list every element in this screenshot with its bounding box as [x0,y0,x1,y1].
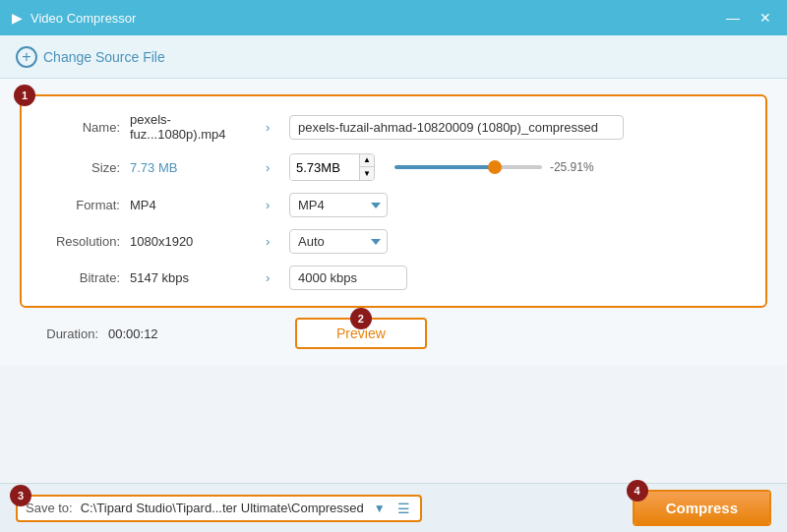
format-original: MP4 [130,198,258,212]
badge-2: 2 [350,308,372,329]
duration-field-row: Duration: 00:00:12 [20,326,236,341]
resolution-arrow-icon: › [266,234,281,249]
bitrate-original: 5147 kbps [130,270,258,285]
name-original: pexels-fuz...1080p).mp4 [130,112,258,142]
app-title: Video Compressor [30,11,136,26]
size-arrow-icon: › [266,160,281,175]
size-spinner: ▲ ▼ [359,154,374,180]
resolution-field-row: Resolution: 1080x1920 › Auto 1080x1920 7… [41,229,746,254]
bottom-bar: 3 Save to: C:\Tipard Studio\Tipard...ter… [0,483,787,532]
window-controls: — ✕ [722,8,775,28]
bitrate-arrow-icon: › [266,270,281,285]
minimize-button[interactable]: — [722,8,744,28]
resolution-original: 1080x1920 [130,234,258,249]
compress-button[interactable]: Compress [635,492,769,524]
save-to-label: Save to: [26,501,73,515]
size-original: 7.73 MB [130,160,258,175]
duration-label: Duration: [20,326,108,341]
app-icon: ▶ [12,10,23,26]
change-source-label: Change Source File [43,49,165,65]
title-bar: ▶ Video Compressor — ✕ [0,0,787,35]
size-slider[interactable] [394,165,542,169]
format-field-row: Format: MP4 › MP4 AVI MOV MKV WMV [41,193,746,217]
name-field-row: Name: pexels-fuz...1080p).mp4 › [41,112,746,142]
size-field-row: Size: 7.73 MB › ▲ ▼ -25.91% [41,153,746,181]
change-source-icon: + [16,46,37,68]
change-source-button[interactable]: + Change Source File [16,46,165,68]
name-arrow-icon: › [266,120,281,135]
size-label: Size: [41,160,130,175]
format-label: Format: [41,198,130,212]
format-arrow-icon: › [266,198,281,212]
resolution-label: Resolution: [41,234,130,249]
size-slider-container: -25.91% [394,160,604,174]
badge-3: 3 [10,485,31,506]
preview-box: 2 Preview [295,318,427,349]
save-to-path: C:\Tipard Studio\Tipard...ter Ultimate\C… [81,501,364,515]
save-to-dropdown-button[interactable]: ▼ [372,502,388,515]
save-to-folder-button[interactable]: ☰ [395,501,412,516]
close-button[interactable]: ✕ [756,8,775,28]
format-select[interactable]: MP4 AVI MOV MKV WMV [289,193,388,217]
bitrate-label: Bitrate: [41,270,130,285]
duration-preview-row: Duration: 00:00:12 2 Preview [20,318,767,349]
badge-4: 4 [627,480,648,502]
bitrate-field-row: Bitrate: 5147 kbps › [41,266,746,290]
duration-value: 00:00:12 [108,326,236,341]
resolution-select[interactable]: Auto 1080x1920 720x1280 480x854 [289,229,388,254]
size-percent: -25.91% [550,160,604,174]
bitrate-input[interactable] [289,266,407,290]
size-up-button[interactable]: ▲ [360,154,374,167]
badge-1: 1 [14,85,35,106]
main-content: 1 Name: pexels-fuz...1080p).mp4 › Size: … [0,79,787,365]
name-input[interactable] [289,115,624,140]
compress-button-box: 4 Compress [633,490,771,526]
size-down-button[interactable]: ▼ [360,167,374,180]
size-input-group: ▲ ▼ [289,153,375,181]
name-label: Name: [41,120,130,135]
settings-box: 1 Name: pexels-fuz...1080p).mp4 › Size: … [20,94,767,308]
toolbar: + Change Source File [0,35,787,79]
save-to-group: 3 Save to: C:\Tipard Studio\Tipard...ter… [16,495,422,522]
size-input[interactable] [290,154,359,180]
